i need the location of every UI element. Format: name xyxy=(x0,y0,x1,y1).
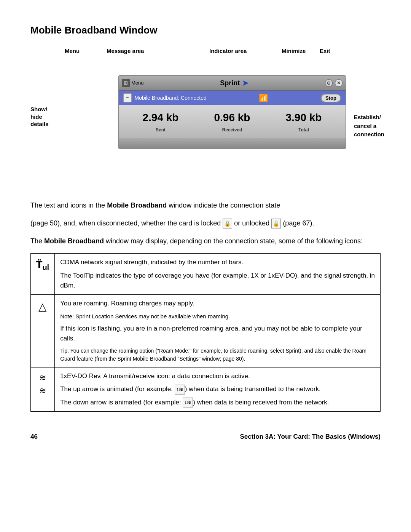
body-para-1: The text and icons in the Mobile Broadba… xyxy=(30,200,381,211)
label-establish-cancel: Establish/cancel aconnection xyxy=(354,113,384,139)
signal-area: 📶 xyxy=(259,92,268,104)
roaming-note: Note: Sprint Location Services may not b… xyxy=(60,312,375,321)
unlocked-icon: 🔓 xyxy=(271,219,281,228)
page-title: Mobile Broadband Window xyxy=(30,23,381,38)
body-para-2: (page 50), and, when disconnected, wheth… xyxy=(30,218,381,229)
stat-total-label: Total xyxy=(286,126,322,133)
locked-icon: 🔒 xyxy=(223,219,232,228)
stop-button-wrapper: Stop xyxy=(321,94,341,102)
roaming-icon: △ xyxy=(38,301,47,313)
label-show-hide: Show/hidedetails xyxy=(30,105,49,128)
down-arrow-icon: ↓≋ xyxy=(183,398,193,407)
footer-section-title: Section 3A: Your Card: The Basics (Windo… xyxy=(240,432,381,442)
signal-icon: 📶 xyxy=(259,92,268,104)
page-footer: 46 Section 3A: Your Card: The Basics (Wi… xyxy=(30,427,381,442)
label-message-area: Message area xyxy=(107,47,144,56)
roaming-tip: Tip: You can change the roaming option (… xyxy=(60,347,375,363)
mock-window-controls: ⊖ ✕ xyxy=(325,79,342,87)
stat-total: 3.90 kb Total xyxy=(286,110,322,133)
sprint-label: Sprint xyxy=(220,78,240,88)
mock-title: Sprint ➤ xyxy=(220,77,249,89)
status-left: − Mobile Broadband: Connected xyxy=(123,93,207,102)
transmit-desc-3: The down arrow is animated (for example:… xyxy=(60,398,375,407)
content-cell-transmit: 1xEV-DO Rev. A transmit/receive icon: a … xyxy=(55,367,381,412)
roaming-desc-2: If this icon is flashing, you are in a n… xyxy=(60,324,375,344)
stop-button[interactable]: Stop xyxy=(321,94,341,102)
body-para-3: The Mobile Broadband window may display,… xyxy=(30,236,381,247)
minimize-button[interactable]: ⊖ xyxy=(325,79,333,87)
stat-sent-label: Sent xyxy=(143,126,179,133)
label-menu: Menu xyxy=(65,47,80,56)
collapse-button[interactable]: − xyxy=(123,93,132,102)
menu-icon-box: ⊞ xyxy=(122,79,130,87)
label-indicator-area: Indicator area xyxy=(209,47,247,56)
diagram-section: Menu Message area Indicator area Minimiz… xyxy=(30,47,381,189)
table-row: ≋≋ 1xEV-DO Rev. A transmit/receive icon:… xyxy=(31,367,381,412)
signal-bars-icon: T̈ul xyxy=(36,259,49,270)
stat-sent: 2.94 kb Sent xyxy=(143,110,179,133)
mock-status-bar: − Mobile Broadband: Connected 📶 Stop xyxy=(119,91,346,105)
transmit-receive-icon: ≋≋ xyxy=(39,373,46,395)
icon-cell-signal: T̈ul xyxy=(31,254,55,295)
label-minimize: Minimize xyxy=(282,47,306,56)
stat-received: 0.96 kb Received xyxy=(214,110,250,133)
mock-broadband-window: ⊞ Menu Sprint ➤ ⊖ ✕ − xyxy=(118,75,346,149)
stat-received-label: Received xyxy=(214,126,250,133)
content-cell-roaming: You are roaming. Roaming charges may app… xyxy=(55,295,381,367)
diagram-wrapper: Show/hidedetails ⊞ Menu Sprint ➤ ⊖ xyxy=(30,67,381,189)
footer-page-number: 46 xyxy=(30,432,38,442)
label-exit: Exit xyxy=(320,47,330,56)
mock-stats-row: 2.94 kb Sent 0.96 kb Received 3.90 kb To… xyxy=(119,105,346,138)
left-labels: Show/hidedetails xyxy=(30,67,72,189)
mock-menu-button: ⊞ Menu xyxy=(122,79,144,87)
table-row: △ You are roaming. Roaming charges may a… xyxy=(31,295,381,367)
status-text: Mobile Broadband: Connected xyxy=(135,94,207,102)
transmit-desc-1: 1xEV-DO Rev. A transmit/receive icon: a … xyxy=(60,371,375,381)
icon-cell-roaming: △ xyxy=(31,295,55,367)
stat-received-value: 0.96 kb xyxy=(214,110,250,126)
sprint-arrow-icon: ➤ xyxy=(242,77,249,89)
transmit-desc-2: The up arrow is animated (for example: ↑… xyxy=(60,384,375,394)
mock-bottom-bar xyxy=(119,138,346,149)
table-row: T̈ul CDMA network signal strength, indic… xyxy=(31,254,381,295)
content-cell-signal: CDMA network signal strength, indicated … xyxy=(55,254,381,295)
icon-cell-transmit: ≋≋ xyxy=(31,367,55,412)
right-labels: Establish/cancel aconnection xyxy=(354,67,384,139)
mock-titlebar: ⊞ Menu Sprint ➤ ⊖ ✕ xyxy=(119,76,346,91)
roaming-desc-1: You are roaming. Roaming charges may app… xyxy=(60,299,375,308)
stat-sent-value: 2.94 kb xyxy=(143,110,179,126)
close-button[interactable]: ✕ xyxy=(335,79,342,87)
signal-desc-2: The ToolTip indicates the type of covera… xyxy=(60,271,375,291)
up-arrow-icon: ↑≋ xyxy=(175,385,185,395)
body-section: The text and icons in the Mobile Broadba… xyxy=(30,200,381,246)
signal-desc-1: CDMA network signal strength, indicated … xyxy=(60,257,375,267)
mock-menu-label: Menu xyxy=(131,79,144,87)
icons-table: T̈ul CDMA network signal strength, indic… xyxy=(30,253,381,412)
stat-total-value: 3.90 kb xyxy=(286,110,322,126)
